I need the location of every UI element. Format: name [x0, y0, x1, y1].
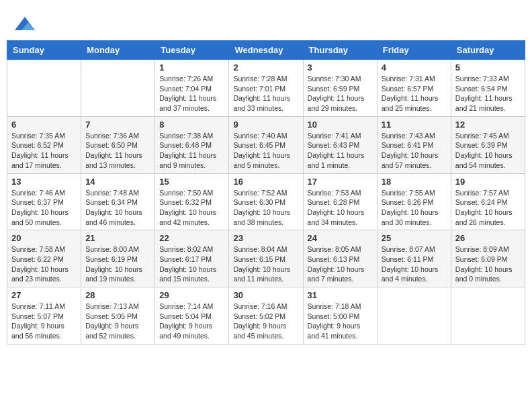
calendar-cell: 6Sunrise: 7:35 AM Sunset: 6:52 PM Daylig…	[7, 116, 81, 173]
cell-content: Sunrise: 7:16 AM Sunset: 5:02 PM Dayligh…	[233, 302, 298, 341]
day-number: 2	[233, 62, 298, 73]
calendar-cell: 18Sunrise: 7:55 AM Sunset: 6:26 PM Dayli…	[377, 173, 451, 230]
calendar-cell: 8Sunrise: 7:38 AM Sunset: 6:48 PM Daylig…	[155, 116, 229, 173]
calendar-cell: 21Sunrise: 8:00 AM Sunset: 6:19 PM Dayli…	[81, 230, 155, 287]
day-number: 27	[11, 290, 77, 300]
calendar-week-5: 27Sunrise: 7:11 AM Sunset: 5:07 PM Dayli…	[7, 287, 525, 345]
cell-content: Sunrise: 7:11 AM Sunset: 5:07 PM Dayligh…	[11, 302, 77, 341]
cell-content: Sunrise: 7:50 AM Sunset: 6:32 PM Dayligh…	[159, 188, 224, 228]
calendar-cell	[377, 287, 451, 345]
cell-content: Sunrise: 7:26 AM Sunset: 7:04 PM Dayligh…	[159, 74, 224, 113]
day-number: 9	[233, 120, 298, 130]
calendar-cell	[451, 287, 525, 345]
day-number: 30	[233, 290, 298, 300]
cell-content: Sunrise: 7:14 AM Sunset: 5:04 PM Dayligh…	[159, 302, 224, 341]
cell-content: Sunrise: 7:43 AM Sunset: 6:41 PM Dayligh…	[382, 131, 447, 171]
calendar-table: SundayMondayTuesdayWednesdayThursdayFrid…	[7, 40, 525, 345]
day-number: 14	[85, 177, 150, 187]
day-number: 3	[308, 62, 373, 73]
day-number: 25	[382, 233, 447, 243]
cell-content: Sunrise: 8:07 AM Sunset: 6:11 PM Dayligh…	[382, 244, 447, 284]
day-number: 8	[159, 120, 224, 130]
calendar-cell: 3Sunrise: 7:30 AM Sunset: 6:59 PM Daylig…	[303, 60, 377, 117]
day-header-tuesday: Tuesday	[155, 41, 229, 60]
day-number: 21	[85, 233, 150, 243]
calendar-cell: 28Sunrise: 7:13 AM Sunset: 5:05 PM Dayli…	[81, 287, 155, 345]
day-number: 23	[233, 233, 298, 243]
calendar-cell: 4Sunrise: 7:31 AM Sunset: 6:57 PM Daylig…	[377, 60, 451, 117]
cell-content: Sunrise: 7:48 AM Sunset: 6:34 PM Dayligh…	[85, 188, 150, 228]
day-header-thursday: Thursday	[303, 41, 377, 60]
calendar-cell: 17Sunrise: 7:53 AM Sunset: 6:28 PM Dayli…	[303, 173, 377, 230]
day-number: 7	[85, 120, 150, 130]
calendar-cell: 14Sunrise: 7:48 AM Sunset: 6:34 PM Dayli…	[81, 173, 155, 230]
day-number: 24	[308, 233, 373, 243]
page-header	[7, 7, 525, 37]
day-header-friday: Friday	[377, 41, 451, 60]
calendar-cell: 22Sunrise: 8:02 AM Sunset: 6:17 PM Dayli…	[155, 230, 229, 287]
day-number: 13	[11, 177, 77, 187]
day-number: 22	[159, 233, 224, 243]
calendar-cell: 16Sunrise: 7:52 AM Sunset: 6:30 PM Dayli…	[229, 173, 303, 230]
day-number: 28	[85, 290, 150, 300]
calendar-cell: 20Sunrise: 7:58 AM Sunset: 6:22 PM Dayli…	[7, 230, 81, 287]
cell-content: Sunrise: 7:40 AM Sunset: 6:45 PM Dayligh…	[233, 131, 298, 171]
calendar-cell: 25Sunrise: 8:07 AM Sunset: 6:11 PM Dayli…	[377, 230, 451, 287]
cell-content: Sunrise: 7:13 AM Sunset: 5:05 PM Dayligh…	[85, 302, 150, 341]
day-header-sunday: Sunday	[7, 41, 81, 60]
calendar-cell: 19Sunrise: 7:57 AM Sunset: 6:24 PM Dayli…	[451, 173, 525, 230]
day-number: 5	[455, 62, 521, 73]
cell-content: Sunrise: 7:55 AM Sunset: 6:26 PM Dayligh…	[382, 188, 447, 228]
day-number: 15	[159, 177, 224, 187]
calendar-week-4: 20Sunrise: 7:58 AM Sunset: 6:22 PM Dayli…	[7, 230, 525, 287]
day-header-wednesday: Wednesday	[229, 41, 303, 60]
logo	[13, 13, 35, 34]
day-header-saturday: Saturday	[451, 41, 525, 60]
calendar-cell: 27Sunrise: 7:11 AM Sunset: 5:07 PM Dayli…	[7, 287, 81, 345]
day-number: 6	[11, 120, 77, 130]
calendar-cell: 30Sunrise: 7:16 AM Sunset: 5:02 PM Dayli…	[229, 287, 303, 345]
calendar-cell	[81, 60, 155, 117]
day-number: 11	[382, 120, 447, 130]
calendar-cell: 23Sunrise: 8:04 AM Sunset: 6:15 PM Dayli…	[229, 230, 303, 287]
calendar-cell: 24Sunrise: 8:05 AM Sunset: 6:13 PM Dayli…	[303, 230, 377, 287]
calendar-cell: 7Sunrise: 7:36 AM Sunset: 6:50 PM Daylig…	[81, 116, 155, 173]
cell-content: Sunrise: 7:57 AM Sunset: 6:24 PM Dayligh…	[455, 188, 521, 228]
day-number: 19	[455, 177, 521, 187]
day-number: 16	[233, 177, 298, 187]
cell-content: Sunrise: 8:05 AM Sunset: 6:13 PM Dayligh…	[308, 244, 373, 284]
calendar-cell: 12Sunrise: 7:45 AM Sunset: 6:39 PM Dayli…	[451, 116, 525, 173]
calendar-week-3: 13Sunrise: 7:46 AM Sunset: 6:37 PM Dayli…	[7, 173, 525, 230]
calendar-week-1: 1Sunrise: 7:26 AM Sunset: 7:04 PM Daylig…	[7, 60, 525, 117]
day-number: 12	[455, 120, 521, 130]
day-number: 4	[382, 62, 447, 73]
cell-content: Sunrise: 8:09 AM Sunset: 6:09 PM Dayligh…	[455, 244, 521, 284]
calendar-cell: 31Sunrise: 7:18 AM Sunset: 5:00 PM Dayli…	[303, 287, 377, 345]
day-number: 20	[11, 233, 77, 243]
cell-content: Sunrise: 7:46 AM Sunset: 6:37 PM Dayligh…	[11, 188, 77, 228]
day-number: 10	[308, 120, 373, 130]
cell-content: Sunrise: 7:28 AM Sunset: 7:01 PM Dayligh…	[233, 74, 298, 113]
calendar-cell: 10Sunrise: 7:41 AM Sunset: 6:43 PM Dayli…	[303, 116, 377, 173]
cell-content: Sunrise: 7:52 AM Sunset: 6:30 PM Dayligh…	[233, 188, 298, 228]
cell-content: Sunrise: 7:58 AM Sunset: 6:22 PM Dayligh…	[11, 244, 77, 284]
cell-content: Sunrise: 8:02 AM Sunset: 6:17 PM Dayligh…	[159, 244, 224, 284]
calendar-cell	[7, 60, 81, 117]
calendar-cell: 5Sunrise: 7:33 AM Sunset: 6:54 PM Daylig…	[451, 60, 525, 117]
cell-content: Sunrise: 8:00 AM Sunset: 6:19 PM Dayligh…	[85, 244, 150, 284]
day-number: 17	[308, 177, 373, 187]
calendar-cell: 9Sunrise: 7:40 AM Sunset: 6:45 PM Daylig…	[229, 116, 303, 173]
cell-content: Sunrise: 7:30 AM Sunset: 6:59 PM Dayligh…	[308, 74, 373, 113]
day-number: 29	[159, 290, 224, 300]
day-header-monday: Monday	[81, 41, 155, 60]
cell-content: Sunrise: 7:33 AM Sunset: 6:54 PM Dayligh…	[455, 74, 521, 113]
day-number: 1	[159, 62, 224, 73]
calendar-cell: 26Sunrise: 8:09 AM Sunset: 6:09 PM Dayli…	[451, 230, 525, 287]
cell-content: Sunrise: 8:04 AM Sunset: 6:15 PM Dayligh…	[233, 244, 298, 284]
calendar-cell: 29Sunrise: 7:14 AM Sunset: 5:04 PM Dayli…	[155, 287, 229, 345]
cell-content: Sunrise: 7:35 AM Sunset: 6:52 PM Dayligh…	[11, 131, 77, 171]
cell-content: Sunrise: 7:53 AM Sunset: 6:28 PM Dayligh…	[308, 188, 373, 228]
calendar-body: 1Sunrise: 7:26 AM Sunset: 7:04 PM Daylig…	[7, 60, 525, 345]
cell-content: Sunrise: 7:31 AM Sunset: 6:57 PM Dayligh…	[382, 74, 447, 113]
cell-content: Sunrise: 7:45 AM Sunset: 6:39 PM Dayligh…	[455, 131, 521, 171]
